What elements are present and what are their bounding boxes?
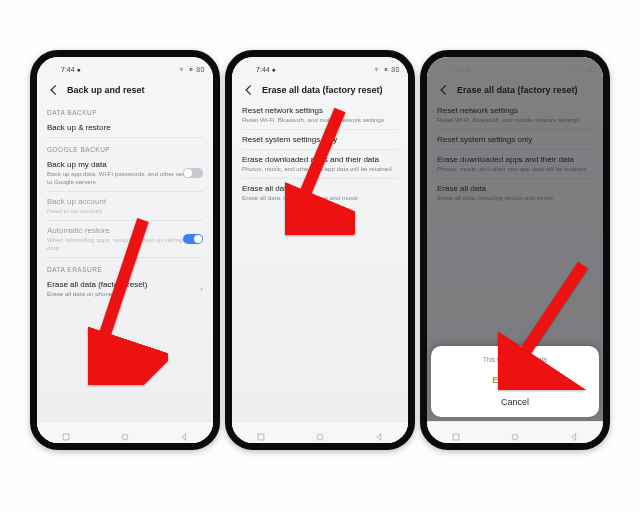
section-data-backup: DATA BACKUP xyxy=(47,109,203,116)
row-title: Back up my data xyxy=(47,160,203,169)
nav-back-icon[interactable] xyxy=(371,428,387,438)
svg-rect-2 xyxy=(258,434,264,440)
toggle-backup-my-data[interactable] xyxy=(183,168,203,178)
nav-bar xyxy=(37,421,213,443)
screen-erase-confirm: 7:44 ● ᯤ ◧ 80 Erase all data (factory re… xyxy=(427,57,603,443)
svg-rect-4 xyxy=(453,434,459,440)
row-sub: Photos, music, and other non-app data wi… xyxy=(242,165,398,173)
row-title: Automatic restore xyxy=(47,226,203,235)
status-time: 7:44 ● xyxy=(61,66,81,73)
status-bar: 7:44 ● ᯤ ◧ 80 xyxy=(232,61,408,77)
row-erase-all-data-factory-reset[interactable]: Erase all data (factory reset) Erase all… xyxy=(47,275,203,303)
sheet-description: This will erase all data xyxy=(437,356,593,363)
screen-backup-reset: 7:44 ● ᯤ ◧ 80 Back up and reset DATA BAC… xyxy=(37,57,213,443)
row-sub: Erase all data, including photos and mus… xyxy=(242,194,398,202)
back-icon[interactable] xyxy=(242,83,256,97)
row-sub: Need to set account xyxy=(47,207,203,215)
row-title: Reset network settings xyxy=(242,106,398,115)
status-time: 7:44 ● xyxy=(256,66,276,73)
row-title: Back up account xyxy=(47,197,203,206)
row-sub: Reset Wi-Fi, Bluetooth, and mobile netwo… xyxy=(242,116,398,124)
section-data-erasure: DATA ERASURE xyxy=(47,266,203,273)
nav-recent-icon[interactable] xyxy=(253,428,269,438)
nav-recent-icon[interactable] xyxy=(448,428,464,438)
status-right: ᯤ ◧ 80 xyxy=(179,66,205,73)
erase-data-button[interactable]: Erase data xyxy=(437,369,593,391)
phone-step-3: 7:44 ● ᯤ ◧ 80 Erase all data (factory re… xyxy=(420,50,610,450)
content-erase-options: Reset network settings Reset Wi-Fi, Blue… xyxy=(232,101,408,419)
row-title: Erase all data xyxy=(242,184,398,193)
section-google-backup: GOOGLE BACKUP xyxy=(47,146,203,153)
nav-bar xyxy=(427,421,603,443)
row-title: Erase downloaded apps and their data xyxy=(242,155,398,164)
nav-back-icon[interactable] xyxy=(176,428,192,438)
chevron-right-icon: › xyxy=(200,284,203,294)
status-bar: 7:44 ● ᯤ ◧ 80 xyxy=(37,61,213,77)
cancel-button[interactable]: Cancel xyxy=(437,391,593,413)
row-sub: Back up app data, Wi-Fi passwords, and o… xyxy=(47,170,203,186)
nav-back-icon[interactable] xyxy=(566,428,582,438)
header-title: Back up and reset xyxy=(67,85,145,95)
svg-point-1 xyxy=(122,434,128,440)
row-title: Reset system settings only xyxy=(242,135,398,144)
row-sub: When reinstalling apps, restore backed u… xyxy=(47,236,203,252)
row-title: Back up & restore xyxy=(47,123,203,132)
nav-bar xyxy=(232,421,408,443)
confirm-sheet: This will erase all data Erase data Canc… xyxy=(431,346,599,417)
header-erase-all: Erase all data (factory reset) xyxy=(232,79,408,101)
row-erase-apps[interactable]: Erase downloaded apps and their data Pho… xyxy=(242,150,398,179)
phone-step-1: 7:44 ● ᯤ ◧ 80 Back up and reset DATA BAC… xyxy=(30,50,220,450)
svg-point-3 xyxy=(317,434,323,440)
svg-point-5 xyxy=(512,434,518,440)
toggle-auto-restore xyxy=(183,234,203,244)
row-title: Erase all data (factory reset) xyxy=(47,280,203,289)
nav-home-icon[interactable] xyxy=(312,428,328,438)
row-sub: Erase all data on phone xyxy=(47,290,203,298)
back-icon[interactable] xyxy=(47,83,61,97)
content-backup-reset: DATA BACKUP Back up & restore GOOGLE BAC… xyxy=(37,101,213,419)
row-backup-my-data[interactable]: Back up my data Back up app data, Wi-Fi … xyxy=(47,155,203,192)
screen-erase-options: 7:44 ● ᯤ ◧ 80 Erase all data (factory re… xyxy=(232,57,408,443)
row-backup-restore[interactable]: Back up & restore xyxy=(47,118,203,138)
row-erase-all-data[interactable]: Erase all data Erase all data, including… xyxy=(242,179,398,207)
header-backup-reset: Back up and reset xyxy=(37,79,213,101)
nav-home-icon[interactable] xyxy=(507,428,523,438)
header-title: Erase all data (factory reset) xyxy=(262,85,383,95)
svg-rect-0 xyxy=(63,434,69,440)
status-right: ᯤ ◧ 80 xyxy=(374,66,400,73)
row-backup-account: Back up account Need to set account xyxy=(47,192,203,221)
row-reset-network[interactable]: Reset network settings Reset Wi-Fi, Blue… xyxy=(242,101,398,130)
nav-home-icon[interactable] xyxy=(117,428,133,438)
phone-step-2: 7:44 ● ᯤ ◧ 80 Erase all data (factory re… xyxy=(225,50,415,450)
row-reset-system-only[interactable]: Reset system settings only xyxy=(242,130,398,150)
row-automatic-restore: Automatic restore When reinstalling apps… xyxy=(47,221,203,258)
nav-recent-icon[interactable] xyxy=(58,428,74,438)
